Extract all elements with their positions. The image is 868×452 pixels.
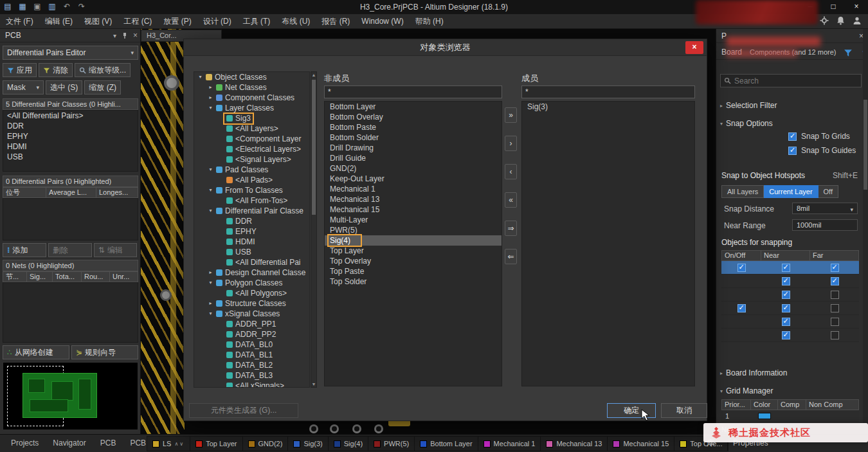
column-header[interactable]: Far	[810, 250, 859, 261]
apply-button[interactable]: 应用	[3, 63, 37, 77]
non-members-filter-input[interactable]	[324, 86, 502, 98]
snap-checkbox-row[interactable]: Snap To Guides	[788, 146, 856, 155]
list-item[interactable]: Sig(3)	[522, 102, 694, 112]
tree-item[interactable]: ▾ xSignal Classes	[194, 309, 309, 319]
mask-dropdown[interactable]: Mask ▾	[3, 80, 44, 95]
transfer-button[interactable]: ›	[505, 136, 517, 151]
tree-expand-icon[interactable]: ▾	[207, 309, 214, 319]
section-grid-manager[interactable]: Grid Manager	[720, 386, 773, 395]
zoom-level-button[interactable]: 缩放等级...	[75, 63, 131, 77]
tree-expand-icon[interactable]: ▾	[207, 103, 214, 113]
hotspot-scope-button[interactable]: Current Layer	[764, 185, 818, 198]
layer-tab[interactable]: Sig(3)	[288, 437, 328, 451]
table-row[interactable]	[721, 302, 859, 315]
far-checkbox[interactable]	[831, 277, 839, 285]
tree-item[interactable]: ▸ Component Classes	[194, 93, 309, 103]
tree-expand-icon[interactable]: ▸	[207, 298, 214, 309]
tree-item[interactable]: <Electrical Layers>	[194, 144, 309, 154]
checkbox[interactable]	[788, 132, 797, 141]
column-header[interactable]: Sig...	[27, 271, 53, 282]
tree-item[interactable]: ADDR_PP1	[194, 319, 309, 329]
tree-expand-icon[interactable]: ▾	[207, 165, 214, 175]
scrollbar-thumb[interactable]	[312, 80, 316, 215]
column-header[interactable]: Near	[761, 250, 810, 261]
layer-tab[interactable]: Bottom Layer	[415, 437, 478, 451]
panel-mode-dropdown[interactable]: Differential Pairs Editor ▾	[3, 46, 138, 60]
menu-item[interactable]: 帮助 (H)	[410, 14, 449, 28]
snap-distance-dropdown[interactable]: 8mil ▾	[792, 203, 858, 214]
near-checkbox[interactable]	[782, 277, 790, 285]
list-item[interactable]: <All Differential Pairs>	[3, 111, 138, 121]
tree-item[interactable]: <All Polygons>	[194, 288, 309, 298]
tree-expand-icon[interactable]: ▾	[197, 72, 204, 82]
transfer-button[interactable]: «	[505, 192, 517, 208]
scrollbar-thumb[interactable]	[863, 100, 867, 190]
scroll-up-icon[interactable]: ▲	[311, 73, 316, 77]
tree-item[interactable]: <All xSignals>	[194, 381, 309, 388]
menu-item[interactable]: 报告 (R)	[316, 14, 356, 28]
column-header[interactable]: Prior...	[721, 399, 751, 410]
tree-item[interactable]: ADDR_PP2	[194, 329, 309, 339]
tree-item[interactable]: ▾ Pad Classes	[194, 165, 309, 175]
zoom-toggle[interactable]: 缩放 (Z)	[84, 80, 121, 95]
menu-item[interactable]: 设计 (D)	[197, 14, 237, 28]
tree-item[interactable]: <Component Layer	[194, 134, 309, 144]
section-selection-filter[interactable]: Selection Filter	[720, 101, 777, 110]
list-item[interactable]: Bottom Overlay	[325, 112, 502, 122]
list-item[interactable]: Bottom Solder	[325, 132, 502, 143]
list-item[interactable]: Top Solder	[325, 276, 502, 287]
far-checkbox[interactable]	[831, 291, 839, 299]
far-checkbox[interactable]	[831, 304, 839, 312]
layer-tab[interactable]: Mechanical 13	[541, 437, 608, 451]
far-checkbox[interactable]	[831, 331, 839, 339]
user-icon[interactable]	[853, 16, 862, 25]
tree-item[interactable]: DATA_BL0	[194, 339, 309, 350]
cancel-button[interactable]: 取消	[661, 403, 707, 418]
bell-icon[interactable]	[836, 16, 845, 25]
near-range-input[interactable]: 1000mil	[792, 219, 858, 231]
tree-item[interactable]: <All Pads>	[194, 175, 309, 185]
tree-item[interactable]: ▾ From To Classes	[194, 185, 309, 195]
layer-tab[interactable]: Mechanical 15	[608, 437, 674, 451]
layer-tab[interactable]: Mechanical 1	[478, 437, 541, 451]
table-row[interactable]	[721, 315, 859, 329]
list-item[interactable]: Top Paste	[325, 266, 502, 276]
column-header[interactable]: On/Off	[721, 250, 761, 261]
near-checkbox[interactable]	[782, 331, 790, 339]
panel-tab[interactable]: PCB	[93, 435, 123, 452]
table-row[interactable]	[721, 288, 859, 302]
close-button[interactable]: ×	[845, 0, 868, 14]
near-checkbox[interactable]	[782, 291, 790, 299]
layer-tab[interactable]: PWR(5)	[368, 437, 415, 451]
list-item[interactable]: HDMI	[3, 141, 138, 152]
layer-set-selector[interactable]: LS ∧∨	[147, 437, 190, 451]
tree-item[interactable]: Sig3	[194, 113, 309, 123]
gear-icon[interactable]	[820, 16, 829, 25]
tree-item[interactable]: ▾ Differential Pair Classe	[194, 206, 309, 216]
column-header[interactable]: Non Comp	[806, 399, 859, 410]
tree-scrollbar[interactable]: ▲ ▼	[311, 71, 317, 388]
close-panel-icon[interactable]: ×	[133, 29, 138, 42]
column-header[interactable]: Average L...	[46, 187, 96, 198]
layer-scroll-icons[interactable]: ∧∨	[174, 441, 185, 447]
clear-button[interactable]: 清除	[39, 63, 73, 77]
column-header[interactable]: Rou...	[82, 271, 110, 282]
column-header[interactable]: Comp	[778, 399, 806, 410]
add-button[interactable]: ⁝ 添加	[3, 243, 46, 257]
create-from-net-button[interactable]: ∴ 从网络创建	[3, 345, 69, 359]
list-item[interactable]: Mechanical 13	[325, 194, 502, 204]
tree-expand-icon[interactable]: ▸	[207, 267, 214, 278]
edit-button[interactable]: ⇅ 编辑	[94, 243, 137, 257]
menu-item[interactable]: 布线 (U)	[276, 14, 316, 28]
tree-item[interactable]: ▾ Layer Classes	[194, 103, 309, 113]
tree-item[interactable]: <Signal Layers>	[194, 154, 309, 165]
far-checkbox[interactable]	[831, 264, 839, 272]
menu-item[interactable]: 编辑 (E)	[39, 14, 78, 28]
list-item[interactable]: GND(2)	[325, 163, 502, 174]
transfer-button[interactable]: ‹	[505, 164, 517, 179]
transfer-button[interactable]: ⇒	[505, 221, 517, 236]
search-box[interactable]	[720, 74, 862, 87]
hotspot-scope-button[interactable]: Off	[818, 185, 838, 198]
funnel-icon[interactable]	[844, 47, 853, 62]
panel-tab[interactable]: Navigator	[46, 435, 93, 452]
